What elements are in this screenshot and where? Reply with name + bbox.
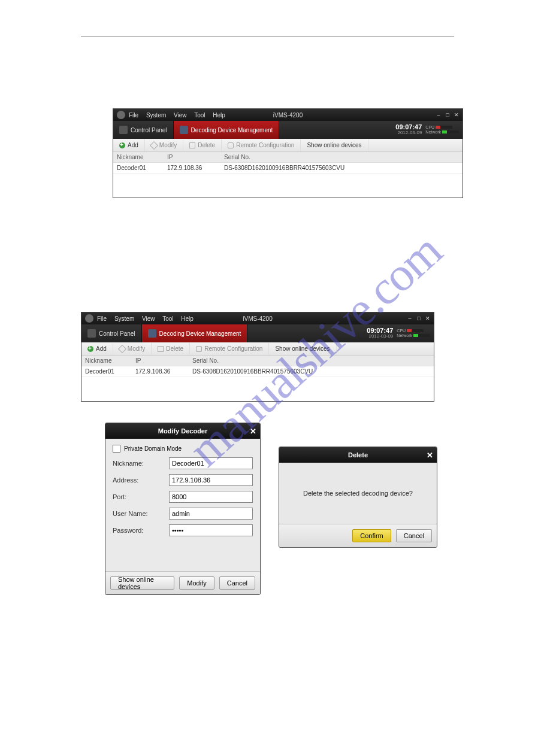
plus-icon bbox=[119, 142, 125, 148]
window-maximize-icon[interactable]: □ bbox=[415, 315, 422, 322]
menu-tool[interactable]: Tool bbox=[194, 112, 205, 119]
decoding-icon bbox=[180, 126, 188, 134]
cpu-label: CPU bbox=[425, 125, 434, 129]
tab-control-panel[interactable]: Control Panel bbox=[81, 324, 142, 342]
cell-serial: DS-6308D1620100916BBRR401575603CVU bbox=[224, 165, 463, 171]
trash-icon bbox=[189, 142, 195, 148]
cell-serial: DS-6308D1620100916BBRR401575603CVU bbox=[192, 368, 434, 375]
cell-nickname: Decoder01 bbox=[113, 165, 167, 171]
network-meter-icon bbox=[442, 130, 459, 133]
show-online-label: Show online devices bbox=[275, 345, 330, 352]
app-icon bbox=[117, 111, 125, 119]
table-row[interactable]: Decoder01 172.9.108.36 DS-6308D162010091… bbox=[81, 366, 434, 377]
clock-time: 09:07:47 bbox=[367, 327, 393, 333]
remote-config-button[interactable]: Remote Configuration bbox=[222, 139, 301, 151]
control-panel-icon bbox=[119, 126, 128, 134]
close-icon[interactable]: ✕ bbox=[250, 427, 256, 436]
menu-help[interactable]: Help bbox=[213, 112, 225, 119]
add-button[interactable]: Add bbox=[81, 343, 113, 355]
trash-icon bbox=[158, 346, 164, 352]
network-label: Network bbox=[397, 333, 412, 338]
menu-help[interactable]: Help bbox=[181, 315, 194, 322]
password-label: Password: bbox=[113, 527, 169, 534]
menu-view[interactable]: View bbox=[142, 315, 155, 322]
remote-cfg-label: Remote Configuration bbox=[204, 345, 262, 352]
clock-date: 2012-03-09 bbox=[367, 333, 393, 339]
password-input[interactable] bbox=[169, 524, 253, 536]
cpu-meter-icon bbox=[436, 126, 452, 129]
nickname-input[interactable] bbox=[169, 457, 253, 469]
tabstrip: Control Panel Decoding Device Management… bbox=[81, 324, 434, 342]
address-input[interactable] bbox=[169, 474, 253, 486]
menu-view[interactable]: View bbox=[174, 112, 187, 119]
private-domain-checkbox[interactable] bbox=[113, 445, 120, 453]
tabstrip: Control Panel Decoding Device Management… bbox=[113, 121, 463, 139]
delete-dialog: Delete ✕ Delete the selected decoding de… bbox=[279, 447, 437, 548]
network-label: Network bbox=[425, 130, 441, 134]
tab-decoding-device-management[interactable]: Decoding Device Management bbox=[142, 324, 248, 342]
port-input[interactable] bbox=[169, 491, 253, 503]
delete-label: Delete bbox=[198, 142, 215, 148]
delete-button[interactable]: Delete bbox=[183, 139, 222, 151]
nickname-label: Nickname: bbox=[113, 460, 169, 467]
confirm-button[interactable]: Confirm bbox=[352, 529, 391, 542]
menubar: File System View Tool Help bbox=[129, 112, 231, 119]
dialog-title: Modify Decoder bbox=[158, 427, 208, 435]
port-label: Port: bbox=[113, 493, 169, 500]
plus-icon bbox=[87, 346, 93, 352]
gear-icon bbox=[228, 142, 234, 148]
cell-nickname: Decoder01 bbox=[81, 368, 135, 375]
tab-label: Decoding Device Management bbox=[191, 127, 273, 133]
menu-system[interactable]: System bbox=[114, 315, 134, 322]
username-input[interactable] bbox=[169, 508, 253, 520]
add-label: Add bbox=[96, 345, 107, 352]
cancel-button[interactable]: Cancel bbox=[396, 529, 432, 542]
titlebar: File System View Tool Help iVMS-4200 – □… bbox=[81, 312, 434, 324]
network-meter-icon bbox=[413, 334, 430, 337]
show-online-devices-button[interactable]: Show online devices bbox=[110, 576, 174, 590]
cancel-button[interactable]: Cancel bbox=[219, 576, 255, 590]
clock-date: 2012-03-09 bbox=[395, 130, 422, 136]
clock-time: 09:07:47 bbox=[395, 124, 422, 130]
col-nickname: Nickname bbox=[113, 154, 167, 160]
window-close-icon[interactable]: ✕ bbox=[424, 315, 431, 322]
menu-system[interactable]: System bbox=[146, 112, 166, 119]
modify-button[interactable]: Modify bbox=[179, 576, 214, 590]
window-close-icon[interactable]: ✕ bbox=[453, 111, 460, 119]
close-icon[interactable]: ✕ bbox=[427, 451, 433, 460]
control-panel-icon bbox=[87, 329, 96, 338]
menu-file[interactable]: File bbox=[97, 315, 107, 322]
show-online-label: Show online devices bbox=[307, 142, 361, 148]
titlebar: File System View Tool Help iVMS-4200 – □… bbox=[113, 109, 463, 121]
tab-label: Control Panel bbox=[99, 330, 135, 337]
window-minimize-icon[interactable]: – bbox=[435, 111, 442, 119]
modify-button[interactable]: Modify bbox=[113, 343, 152, 355]
add-button[interactable]: Add bbox=[113, 139, 145, 151]
remote-config-button[interactable]: Remote Configuration bbox=[190, 343, 269, 355]
page-separator bbox=[81, 36, 454, 37]
pencil-icon bbox=[118, 344, 126, 353]
show-online-button[interactable]: Show online devices bbox=[269, 343, 336, 355]
app-title: iVMS-4200 bbox=[273, 112, 303, 119]
modify-label: Modify bbox=[159, 142, 177, 148]
tab-control-panel[interactable]: Control Panel bbox=[113, 121, 174, 139]
tab-label: Control Panel bbox=[131, 127, 167, 133]
delete-button[interactable]: Delete bbox=[152, 343, 190, 355]
status-right: 09:07:47 2012-03-09 CPU Network bbox=[395, 121, 459, 139]
table-row[interactable]: Decoder01 172.9.108.36 DS-6308D162010091… bbox=[113, 163, 463, 174]
menu-tool[interactable]: Tool bbox=[162, 315, 173, 322]
app-window-2: File System View Tool Help iVMS-4200 – □… bbox=[81, 312, 434, 402]
table-header: Nickname IP Serial No. bbox=[113, 152, 463, 163]
dialog-title: Delete bbox=[348, 451, 368, 459]
address-label: Address: bbox=[113, 476, 169, 484]
menu-file[interactable]: File bbox=[129, 112, 138, 119]
window-minimize-icon[interactable]: – bbox=[406, 315, 413, 322]
col-ip: IP bbox=[167, 154, 224, 160]
show-online-button[interactable]: Show online devices bbox=[301, 139, 368, 151]
window-maximize-icon[interactable]: □ bbox=[444, 111, 451, 119]
gear-icon bbox=[196, 346, 202, 352]
modify-button[interactable]: Modify bbox=[145, 139, 183, 151]
app-window-1: File System View Tool Help iVMS-4200 – □… bbox=[113, 108, 463, 198]
tab-decoding-device-management[interactable]: Decoding Device Management bbox=[174, 121, 280, 139]
delete-label: Delete bbox=[166, 345, 183, 352]
